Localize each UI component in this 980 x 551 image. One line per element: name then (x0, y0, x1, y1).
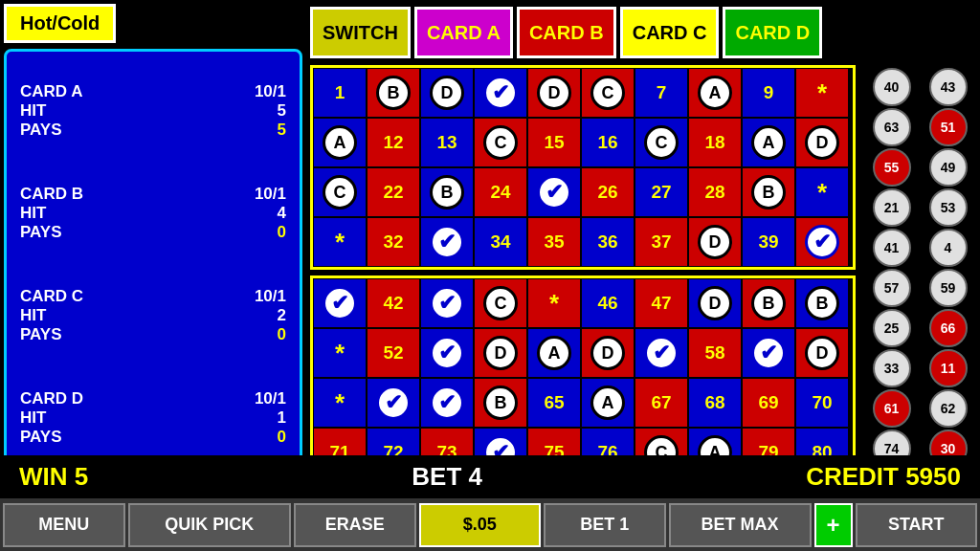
grid-cell[interactable]: B (742, 167, 795, 217)
ball: 25 (873, 309, 911, 347)
grid-cell[interactable]: * (795, 167, 849, 217)
grid-cell[interactable]: D (474, 328, 527, 378)
grid-cell[interactable]: 32 (367, 217, 420, 267)
card-b-button[interactable]: CARD B (517, 7, 616, 58)
grid-cell[interactable]: 27 (635, 167, 688, 217)
grid-cell[interactable]: ✔ (367, 378, 420, 428)
grid-cell[interactable]: 37 (635, 217, 688, 267)
grid-cell[interactable]: * (527, 278, 581, 328)
grid-cell[interactable]: 39 (742, 217, 795, 267)
grid-cell[interactable]: B (742, 278, 795, 328)
grid-cell[interactable]: ✔ (420, 217, 474, 267)
ball-row: 2153 (863, 188, 976, 227)
grid-cell[interactable]: B (420, 167, 474, 217)
grid-cell[interactable]: B (474, 378, 527, 428)
grid-cell[interactable]: 9 (742, 68, 795, 118)
grid-cell[interactable]: C (474, 278, 527, 328)
grid-cell[interactable]: C (581, 68, 635, 118)
ball-row: 414 (863, 229, 976, 267)
ball: 43 (929, 68, 968, 106)
grid-row: *52✔DAD✔58✔D (313, 328, 853, 378)
grid-cell[interactable]: ✔ (795, 217, 849, 267)
grid-cell[interactable]: D (795, 118, 849, 167)
grid-cell[interactable]: 24 (474, 167, 527, 217)
grid-cell[interactable]: 18 (688, 118, 742, 167)
ball: 11 (929, 349, 968, 387)
erase-button[interactable]: ERASE (294, 503, 416, 547)
grid-cell[interactable]: C (474, 118, 527, 167)
plus-button[interactable]: + (814, 503, 853, 547)
grid-cell[interactable]: 69 (742, 378, 795, 428)
grid-cell[interactable]: D (581, 328, 635, 378)
ball: 61 (873, 389, 911, 428)
grid-section-1: 1BD✔DC7A9*A1213C1516C18ADC22B24✔262728B*… (310, 65, 856, 270)
grid-cell[interactable]: B (795, 278, 849, 328)
grid-cell[interactable]: 46 (581, 278, 635, 328)
grid-cell[interactable]: 70 (795, 378, 849, 428)
grid-cell[interactable]: 58 (688, 328, 742, 378)
grid-cell[interactable]: D (688, 217, 742, 267)
grid-cell[interactable]: 12 (367, 118, 420, 167)
grid-cell[interactable]: * (795, 68, 849, 118)
grid-cell[interactable]: A (581, 378, 635, 428)
grid-cell[interactable]: ✔ (420, 278, 474, 328)
grid-cell[interactable]: 42 (367, 278, 420, 328)
bet1-button[interactable]: BET 1 (544, 503, 666, 547)
grid-row: *✔✔B65A67686970 (313, 378, 853, 428)
grid-cell[interactable]: 36 (581, 217, 635, 267)
grid-cell[interactable]: ✔ (474, 68, 527, 118)
grid-cell[interactable]: 15 (527, 118, 581, 167)
grid-cell[interactable]: 34 (474, 217, 527, 267)
grid-cell[interactable]: D (527, 68, 581, 118)
grid-cell[interactable]: ✔ (527, 167, 581, 217)
grid-cell[interactable]: C (313, 167, 367, 217)
card-c-button[interactable]: CARD C (620, 7, 720, 58)
grid-cell[interactable]: 65 (527, 378, 581, 428)
grid-cell[interactable]: C (635, 118, 688, 167)
left-panel: Hot/Cold CARD A10/1 HIT5 PAYS5 CARD B10/… (0, 0, 306, 488)
switch-button[interactable]: SWITCH (310, 7, 411, 58)
grid-cell[interactable]: 52 (367, 328, 420, 378)
grid-cell[interactable]: D (795, 328, 849, 378)
grid-cell[interactable]: ✔ (313, 278, 367, 328)
grid-cell[interactable]: 68 (688, 378, 742, 428)
grid-cell[interactable]: B (367, 68, 420, 118)
grid-cell[interactable]: ✔ (420, 328, 474, 378)
grid-cell[interactable]: * (313, 328, 367, 378)
hot-cold-button[interactable]: Hot/Cold (4, 4, 116, 43)
grid-cell[interactable]: A (688, 68, 742, 118)
grid-cell[interactable]: 35 (527, 217, 581, 267)
bet-max-button[interactable]: BET MAX (669, 503, 812, 547)
card-d-button[interactable]: CARD D (723, 7, 822, 58)
card-block-card-d: CARD D10/1 HIT1 PAYS0 (20, 389, 286, 447)
grid-cell[interactable]: A (742, 118, 795, 167)
amount-button[interactable]: $.05 (419, 503, 542, 547)
grid-cell[interactable]: 13 (420, 118, 474, 167)
grid-cell[interactable]: ✔ (635, 328, 688, 378)
grid-cell[interactable]: 1 (313, 68, 367, 118)
grid-cell[interactable]: 47 (635, 278, 688, 328)
grid-cell[interactable]: * (313, 217, 367, 267)
grid-cell[interactable]: D (420, 68, 474, 118)
grid-cell[interactable]: * (313, 378, 367, 428)
grid-cell[interactable]: 22 (367, 167, 420, 217)
grid-cell[interactable]: ✔ (420, 378, 474, 428)
grid-cell[interactable]: A (527, 328, 581, 378)
ball: 40 (873, 68, 911, 106)
grid-cell[interactable]: 26 (581, 167, 635, 217)
card-block-card-a: CARD A10/1 HIT5 PAYS5 (20, 82, 286, 140)
grid-cell[interactable]: 7 (635, 68, 688, 118)
grid-cell[interactable]: A (313, 118, 367, 167)
grid-cell[interactable]: 28 (688, 167, 742, 217)
card-a-button[interactable]: CARD A (414, 7, 513, 58)
grid-row: ✔42✔C*4647DBB (313, 278, 853, 328)
grid-cell[interactable]: 16 (581, 118, 635, 167)
grid-cell[interactable]: D (688, 278, 742, 328)
grid-cell[interactable]: ✔ (742, 328, 795, 378)
ball: 55 (873, 148, 911, 187)
grid-cell[interactable]: 67 (635, 378, 688, 428)
grid-row: 1BD✔DC7A9* (313, 68, 853, 118)
quik-pick-button[interactable]: QUIK PICK (128, 503, 292, 547)
start-button[interactable]: START (856, 503, 978, 547)
menu-button[interactable]: MENU (3, 503, 125, 547)
